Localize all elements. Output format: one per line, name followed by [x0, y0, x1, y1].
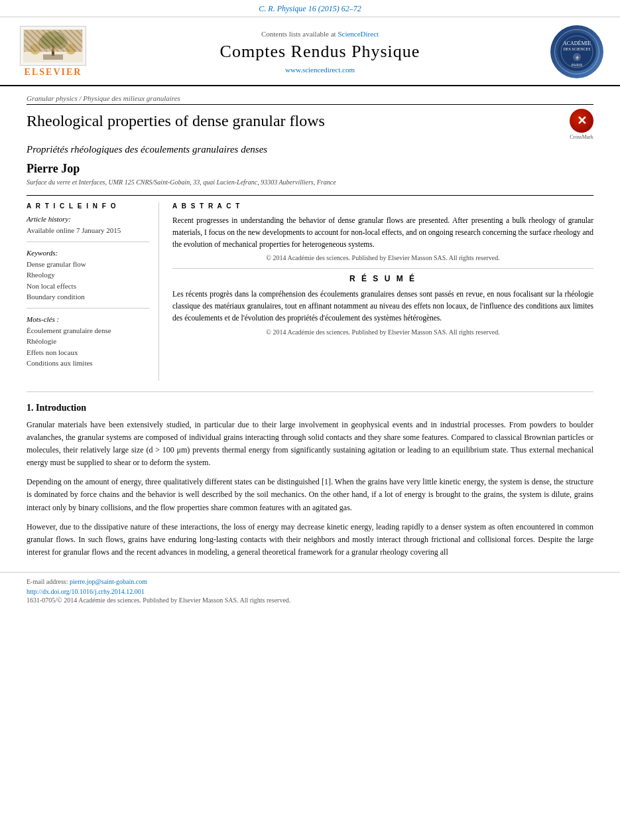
mots-cles-block: Mots-clés : Écoulement granulaire dense … [27, 315, 149, 374]
email-link[interactable]: pierre.jop@saint-gobain.com [70, 578, 147, 585]
author-name: Pierre Jop [27, 162, 593, 176]
svg-point-6 [66, 44, 76, 54]
elsevier-logo-image [20, 26, 86, 66]
email-label: E-mail address: [27, 578, 68, 585]
journal-center: Contents lists available at ScienceDirec… [93, 30, 547, 74]
svg-point-12 [573, 53, 581, 61]
svg-point-9 [561, 36, 593, 68]
history-label: Article history: [27, 215, 149, 223]
sciencedirect-link[interactable]: ScienceDirect [338, 30, 379, 38]
journal-url[interactable]: www.sciencedirect.com [106, 66, 534, 74]
journal-title: Comptes Rendus Physique [106, 42, 534, 62]
section-label: Granular physics / Physique des milieux … [27, 94, 593, 105]
abstract-title: A B S T R A C T [172, 202, 593, 210]
crossmark-label: CrossMark [570, 134, 593, 140]
article-title: Rheological properties of dense granular… [27, 111, 570, 131]
article-history-block: Article history: Available online 7 Janu… [27, 215, 149, 242]
two-column-section: A R T I C L E I N F O Article history: A… [27, 195, 593, 381]
elsevier-label: ELSEVIER [25, 67, 82, 78]
mots-cle-3: Effets non locaux [27, 347, 149, 358]
article-body: Granular physics / Physique des milieux … [0, 94, 620, 559]
svg-text:ACADÉMIE: ACADÉMIE [563, 40, 591, 46]
footer-copyright: 1631-0705/© 2014 Académie des sciences. … [27, 596, 593, 604]
article-subtitle: Propriétés rhéologiques des écoulements … [27, 144, 593, 155]
intro-paragraph-2: Depending on the amount of energy, three… [27, 476, 593, 514]
abstract-rights: © 2014 Académie des sciences. Published … [172, 254, 593, 261]
keyword-4: Boundary condition [27, 291, 149, 303]
footer-email: E-mail address: pierre.jop@saint-gobain.… [27, 578, 593, 585]
mots-cle-4: Conditions aux limites [27, 358, 149, 369]
section-divider [27, 391, 593, 392]
keyword-1: Dense granular flow [27, 259, 149, 270]
elsevier-logo: ELSEVIER [13, 26, 93, 78]
mots-cle-2: Rhéologie [27, 336, 149, 347]
crossref-logo-icon: ACADÉMIE DES SCIENCES ⚜ PARIS [550, 25, 603, 78]
svg-text:DES SCIENCES: DES SCIENCES [563, 47, 590, 51]
resume-rights: © 2014 Académie des sciences. Published … [172, 328, 593, 336]
sciencedirect-text: Contents lists available at ScienceDirec… [106, 30, 534, 38]
title-area: Rheological properties of dense granular… [27, 106, 570, 135]
resume-title: R É S U M É [172, 274, 593, 283]
svg-text:PARIS: PARIS [572, 63, 582, 67]
svg-rect-7 [43, 54, 63, 60]
keywords-block: Keywords: Dense granular flow Rheology N… [27, 249, 149, 309]
abstract-text: Recent progresses in understanding the b… [172, 215, 593, 250]
citation-bar: C. R. Physique 16 (2015) 62–72 [0, 0, 620, 17]
article-info-title: A R T I C L E I N F O [27, 202, 149, 210]
crossmark-badge[interactable]: ✕ CrossMark [570, 109, 593, 140]
keywords-label: Keywords: [27, 249, 149, 257]
journal-header: ELSEVIER Contents lists available at Sci… [0, 17, 620, 86]
affiliation: Surface du verre et Interfaces, UMR 125 … [27, 178, 593, 186]
svg-point-2 [38, 36, 54, 49]
svg-point-8 [558, 33, 596, 71]
svg-point-1 [41, 31, 65, 47]
footer: E-mail address: pierre.jop@saint-gobain.… [0, 572, 620, 606]
svg-text:⚜: ⚜ [575, 55, 580, 61]
article-info-column: A R T I C L E I N F O Article history: A… [27, 202, 159, 381]
crossref-logo-container: ACADÉMIE DES SCIENCES ⚜ PARIS [547, 25, 607, 78]
mots-cles-list: Écoulement granulaire dense Rhéologie Ef… [27, 325, 149, 369]
svg-point-5 [30, 44, 40, 54]
keyword-3: Non local effects [27, 281, 149, 292]
intro-paragraph-1: Granular materials have been extensively… [27, 419, 593, 470]
abstract-column: A B S T R A C T Recent progresses in und… [172, 202, 593, 381]
citation-text: C. R. Physique 16 (2015) 62–72 [259, 4, 361, 13]
intro-paragraph-3: However, due to the dissipative nature o… [27, 521, 593, 559]
keyword-2: Rheology [27, 269, 149, 281]
resume-section: R É S U M É Les récents progrès dans la … [172, 268, 593, 335]
mots-cle-1: Écoulement granulaire dense [27, 325, 149, 336]
footer-doi[interactable]: http://dx.doi.org/10.1016/j.crhy.2014.12… [27, 588, 593, 595]
keywords-list: Dense granular flow Rheology Non local e… [27, 259, 149, 303]
available-online: Available online 7 January 2015 [27, 225, 149, 236]
crossmark-icon: ✕ [570, 109, 593, 133]
intro-section-heading: 1. Introduction [27, 403, 593, 413]
mots-cles-label: Mots-clés : [27, 315, 149, 323]
resume-text: Les récents progrès dans la compréhensio… [172, 289, 593, 324]
svg-point-3 [52, 36, 68, 49]
svg-rect-4 [52, 46, 54, 56]
title-row: Rheological properties of dense granular… [27, 106, 593, 140]
